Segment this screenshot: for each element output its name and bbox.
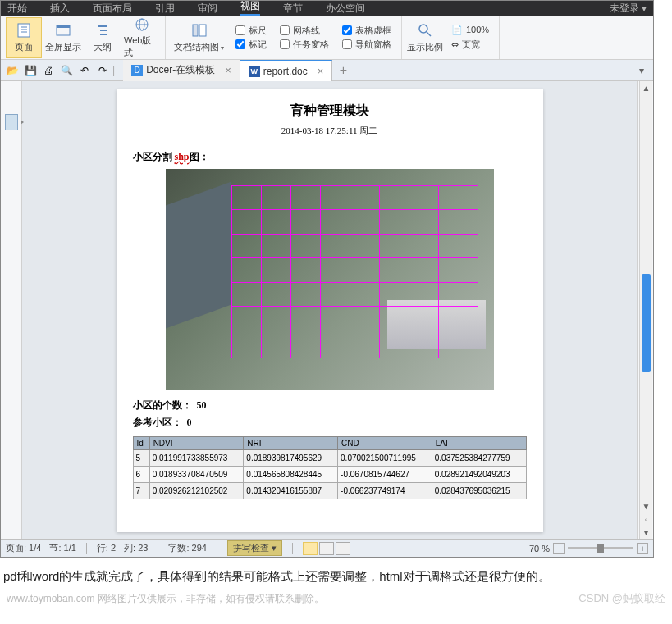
page-width-button[interactable]: ⇔页宽 [451, 39, 489, 51]
menu-item[interactable]: 引用 [155, 2, 175, 16]
web-layout-button[interactable]: Web版式 [124, 17, 160, 58]
checkbox-column-2: 网格线 任务窗格 [275, 21, 334, 54]
page-view-button[interactable]: 页面 [6, 17, 42, 58]
marks-checkbox[interactable]: 标记 [235, 39, 267, 51]
menu-item[interactable]: 开始 [7, 2, 27, 16]
scroll-thumb[interactable] [642, 274, 651, 372]
page-indicator[interactable]: 页面: 1/4 [6, 542, 41, 554]
ribbon-zoom-group: 显示比例 📄100% ⇔页宽 [402, 16, 500, 59]
svg-point-14 [419, 25, 427, 33]
chevron-down-icon: ▾ [221, 44, 224, 52]
doc-title: 育种管理模块 [133, 102, 527, 120]
quick-access-toolbar: 📂 💾 🖨 🔍 ↶ ↷ | D Docer-在线模板 × W report.do… [1, 60, 653, 81]
zoom-out-button[interactable]: − [553, 543, 565, 554]
outline-icon [94, 21, 112, 39]
redo-icon: ↷ [98, 65, 107, 76]
page-width-icon: ⇔ [451, 39, 459, 50]
tab-report[interactable]: W report.doc × [240, 60, 333, 81]
page-100-icon: 📄 [451, 25, 463, 35]
char-count[interactable]: 字数: 294 [168, 542, 206, 554]
save-icon: 💾 [25, 65, 37, 76]
scroll-up-icon[interactable]: ▲ [640, 81, 652, 94]
zoom-in-button[interactable]: + [637, 543, 648, 554]
plot-count: 小区的个数： 50 [133, 399, 527, 412]
tab-docer[interactable]: D Docer-在线模板 × [123, 60, 240, 81]
ruler-checkbox[interactable]: 标尺 [235, 25, 267, 37]
row-indicator: 行: 2 [97, 542, 116, 554]
taskpane-checkbox[interactable]: 任务窗格 [280, 39, 329, 51]
zoom-slider-track[interactable] [568, 547, 633, 549]
ribbon-view-group: 页面 全屏显示 大纲 Web版式 [1, 16, 166, 59]
main-menubar: 开始 插入 页面布局 引用 审阅 视图 章节 办公空间 未登录 ▾ [1, 1, 653, 16]
table-row: 70.0209262121025020.014320416155887-0.06… [133, 483, 526, 499]
docer-icon: D [131, 65, 143, 76]
gridlines-checkbox[interactable]: 网格线 [280, 25, 329, 37]
open-button[interactable]: 📂 [4, 62, 21, 79]
status-bar: 页面: 1/4 节: 1/1 行: 2 列: 23 字数: 294 拼写检查 ▾… [1, 539, 653, 557]
outline-view[interactable] [319, 542, 334, 555]
section-indicator: 节: 1/1 [49, 542, 75, 554]
table-header-row: Id NDVI NRI CND LAI [133, 437, 526, 450]
document-page: 育种管理模块 2014-03-18 17:25:11 周二 小区分割 shp图：… [117, 89, 543, 532]
menu-item[interactable]: 页面布局 [93, 2, 132, 16]
menu-item[interactable]: 审阅 [198, 2, 217, 16]
section-shp-label: 小区分割 shp图： [133, 150, 527, 164]
col-indicator: 列: 23 [124, 542, 148, 554]
page-viewport[interactable]: 育种管理模块 2014-03-18 17:25:11 周二 小区分割 shp图：… [22, 81, 637, 539]
table-row: 60.0189337084705090.014565808428445-0.06… [133, 467, 526, 483]
menu-item[interactable]: 插入 [50, 2, 70, 16]
zoom-percent[interactable]: 70 % [529, 544, 550, 553]
svg-rect-0 [18, 24, 30, 37]
word-doc-icon: W [249, 66, 260, 77]
nav-pane-checkbox[interactable]: 导航窗格 [342, 39, 391, 51]
outline-button[interactable]: 大纲 [85, 17, 121, 58]
page-view-icon [15, 21, 33, 39]
ribbon: 页面 全屏显示 大纲 Web版式 文档结构图▾ 标尺 标记 [1, 16, 653, 60]
print-preview-button[interactable]: 🔍 [58, 62, 75, 79]
zoom-100-button[interactable]: 📄100% [451, 25, 489, 35]
nav-pane-collapsed[interactable] [1, 81, 22, 539]
table-row: 50.0119917338559730.0189398174956290.070… [133, 450, 526, 467]
ribbon-structure-group: 文档结构图▾ 标尺 标记 网格线 任务窗格 表格虚框 导航窗格 [166, 16, 402, 59]
spellcheck-button[interactable]: 拼写检查 ▾ [227, 540, 282, 556]
next-page-icon[interactable]: ▾ [640, 526, 652, 539]
print-preview-icon: 🔍 [61, 65, 73, 76]
doc-structure-button[interactable]: 文档结构图▾ [171, 17, 227, 58]
web-layout-icon [133, 16, 151, 33]
fullscreen-icon [54, 21, 72, 39]
zoom-button[interactable]: 显示比例 [407, 17, 443, 58]
undo-button[interactable]: ↶ [76, 62, 93, 79]
close-icon[interactable]: × [225, 64, 231, 76]
prev-page-icon[interactable]: ◦ [640, 512, 652, 526]
save-button[interactable]: 💾 [22, 62, 39, 79]
magnifier-icon [416, 21, 434, 39]
tabs-menu-button[interactable]: ▾ [633, 65, 650, 76]
satellite-grid-image [166, 169, 494, 390]
web-view[interactable] [336, 542, 350, 555]
data-table: Id NDVI NRI CND LAI 50.0119917338559730.… [133, 436, 527, 499]
scroll-down-icon[interactable]: ▼ [640, 499, 652, 512]
svg-rect-12 [193, 25, 198, 36]
table-gridlines-checkbox[interactable]: 表格虚框 [342, 25, 391, 37]
app-window: 开始 插入 页面布局 引用 审阅 视图 章节 办公空间 未登录 ▾ 页面 全屏显… [0, 0, 654, 558]
document-tabs: D Docer-在线模板 × W report.doc × + [123, 60, 354, 81]
new-tab-button[interactable]: + [332, 60, 354, 81]
open-icon: 📂 [7, 65, 19, 76]
print-button[interactable]: 🖨 [40, 62, 57, 79]
fullscreen-button[interactable]: 全屏显示 [45, 17, 81, 58]
close-icon[interactable]: × [318, 65, 324, 77]
svg-line-15 [427, 32, 431, 36]
menu-item-view[interactable]: 视图 [240, 1, 260, 16]
zoom-slider-thumb[interactable] [597, 544, 604, 553]
svg-rect-5 [57, 25, 70, 28]
menu-item[interactable]: 办公空间 [326, 2, 365, 16]
login-status[interactable]: 未登录 ▾ [610, 2, 647, 16]
checkbox-column-1: 标尺 标记 [231, 21, 272, 54]
redo-button[interactable]: ↷ [94, 62, 111, 79]
document-area: 育种管理模块 2014-03-18 17:25:11 周二 小区分割 shp图：… [1, 81, 653, 539]
nav-pane-icon [5, 114, 18, 130]
vertical-scrollbar[interactable]: ▲ ▼ ◦ ▾ [639, 81, 652, 539]
menu-item[interactable]: 章节 [283, 2, 303, 16]
view-mode-buttons [303, 542, 350, 555]
print-layout-view[interactable] [303, 542, 318, 555]
